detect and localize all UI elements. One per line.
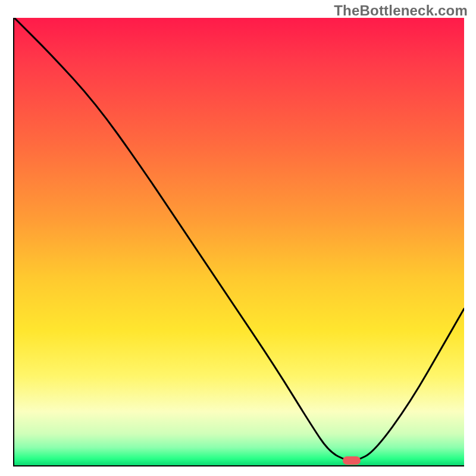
chart-plot-area: [13, 18, 464, 466]
bottleneck-curve: [14, 18, 464, 465]
optimal-marker: [343, 456, 361, 465]
watermark-attribution: TheBottleneck.com: [334, 2, 468, 19]
